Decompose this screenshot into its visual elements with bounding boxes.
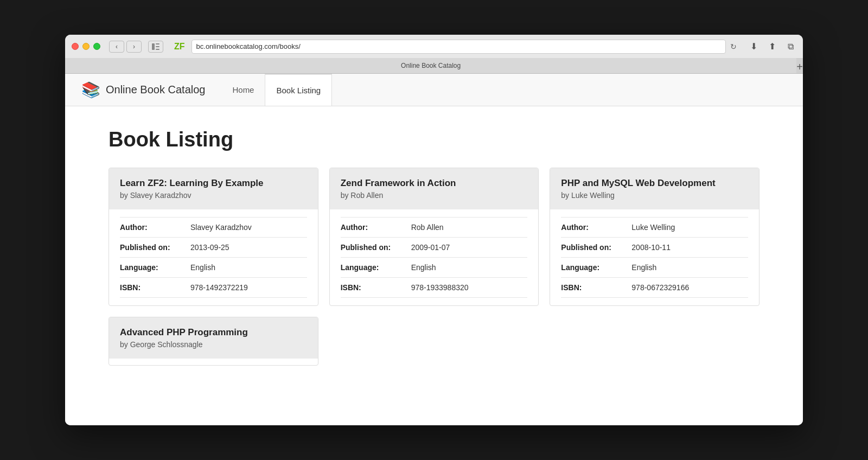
tab-bar: Online Book Catalog + [65,59,803,74]
svg-rect-3 [156,49,159,50]
detail-row: Published on: 2008-10-11 [561,238,748,258]
language-value: English [411,263,436,272]
nav-book-listing[interactable]: Book Listing [265,74,332,106]
book-author-3: by Luke Welling [561,191,748,200]
refresh-button[interactable]: ↻ [730,42,737,51]
site-name: Online Book Catalog [106,84,205,96]
detail-row: ISBN: 978-1492372219 [120,278,307,298]
new-tab-button[interactable]: + [796,61,803,73]
sidebar-button[interactable] [148,41,163,53]
author-label: Author: [341,223,411,232]
author-label: Author: [120,223,190,232]
main-content: Book Listing Learn ZF2: Learning By Exam… [65,106,803,425]
nav-links: Home Book Listing [221,74,332,106]
isbn-label: ISBN: [120,283,190,292]
isbn-label: ISBN: [341,283,411,292]
book-title-1: Learn ZF2: Learning By Example [120,178,307,189]
traffic-lights [72,43,100,50]
book-author-1: by Slavey Karadzhov [120,191,307,200]
detail-row: ISBN: 978-0672329166 [561,278,748,298]
book-card-1: Learn ZF2: Learning By Example by Slavey… [108,168,318,306]
detail-row: Language: English [341,258,528,278]
back-button[interactable]: ‹ [109,41,124,53]
language-label: Language: [341,263,411,272]
isbn-label: ISBN: [561,283,631,292]
book-details-3: Author: Luke Welling Published on: 2008-… [550,209,759,305]
book-card-2: Zend Framework in Action by Rob Allen Au… [329,168,539,306]
svg-rect-0 [152,43,155,50]
browser-window: ‹ › ZF bc.onlinebookcatalog.com/books/ ↻… [65,35,803,425]
fullscreen-button[interactable] [93,43,100,50]
detail-row: Author: Rob Allen [341,217,528,238]
site-nav: 📚 Online Book Catalog Home Book Listing [65,74,803,106]
book-header-1: Learn ZF2: Learning By Example by Slavey… [109,168,318,209]
book-card-3: PHP and MySQL Web Development by Luke We… [550,168,760,306]
published-value: 2009-01-07 [411,243,450,252]
svg-rect-1 [156,43,159,44]
author-value: Luke Welling [631,223,675,232]
detail-row: ISBN: 978-1933988320 [341,278,528,298]
forward-button[interactable]: › [126,41,142,53]
svg-rect-2 [156,46,159,47]
detail-row: Author: Slavey Karadzhov [120,217,307,238]
site-logo: 📚 Online Book Catalog [81,81,205,99]
book-header-4: Advanced PHP Programming by George Schlo… [109,317,318,359]
title-bar: ‹ › ZF bc.onlinebookcatalog.com/books/ ↻… [65,35,803,59]
book-author-4: by George Schlossnagle [120,340,307,349]
tab-label[interactable]: Online Book Catalog [65,58,796,73]
nav-home[interactable]: Home [221,74,265,106]
close-button[interactable] [72,43,79,50]
language-label: Language: [561,263,631,272]
language-value: English [190,263,215,272]
published-value: 2008-10-11 [631,243,671,252]
detail-row: Published on: 2009-01-07 [341,238,528,258]
published-label: Published on: [120,243,190,252]
book-author-2: by Rob Allen [341,191,528,200]
url-bar[interactable]: bc.onlinebookcatalog.com/books/ [192,40,726,54]
detail-row: Language: English [120,258,307,278]
book-card-4: Advanced PHP Programming by George Schlo… [108,317,318,366]
book-grid: Learn ZF2: Learning By Example by Slavey… [108,168,760,366]
share-icon[interactable]: ⬆ [766,41,778,53]
book-title-3: PHP and MySQL Web Development [561,178,748,189]
book-details-2: Author: Rob Allen Published on: 2009-01-… [330,209,539,305]
books-icon: 📚 [81,81,100,99]
book-details-1: Author: Slavey Karadzhov Published on: 2… [109,209,318,305]
windows-icon[interactable]: ⧉ [784,41,796,53]
book-title-2: Zend Framework in Action [341,178,528,189]
url-bar-container: ZF bc.onlinebookcatalog.com/books/ ↻ [174,40,737,54]
download-icon[interactable]: ⬇ [748,41,760,53]
author-value: Rob Allen [411,223,444,232]
detail-row: Language: English [561,258,748,278]
published-label: Published on: [341,243,411,252]
author-value: Slavey Karadzhov [190,223,252,232]
published-label: Published on: [561,243,631,252]
isbn-value: 978-1492372219 [190,283,248,292]
isbn-value: 978-1933988320 [411,283,469,292]
language-label: Language: [120,263,190,272]
book-header-2: Zend Framework in Action by Rob Allen [330,168,539,209]
page-title: Book Listing [108,128,760,151]
book-header-3: PHP and MySQL Web Development by Luke We… [550,168,759,209]
author-label: Author: [561,223,631,232]
isbn-value: 978-0672329166 [631,283,689,292]
minimize-button[interactable] [82,43,90,50]
zf-logo-icon: ZF [174,42,185,52]
toolbar-right: ⬇ ⬆ ⧉ [748,41,796,53]
detail-row: Author: Luke Welling [561,217,748,238]
nav-buttons: ‹ › [109,41,142,53]
language-value: English [631,263,656,272]
book-title-4: Advanced PHP Programming [120,327,307,338]
detail-row: Published on: 2013-09-25 [120,238,307,258]
published-value: 2013-09-25 [190,243,229,252]
